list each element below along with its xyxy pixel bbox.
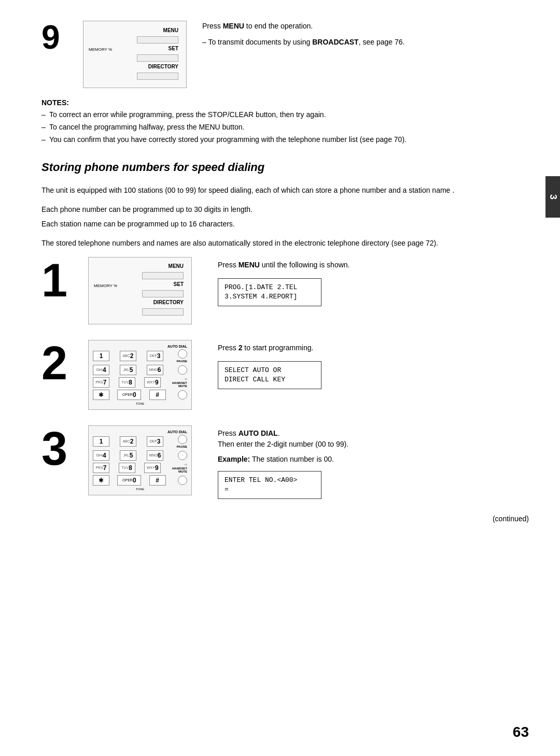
- step-9-number: 9: [41, 21, 73, 54]
- step-2-right: Press 2 to start programming. SELECT AUT…: [197, 340, 529, 389]
- key-3-wxy-9: WXY9: [144, 463, 161, 473]
- desc-1-text: The unit is equipped with 100 stations (…: [41, 186, 454, 194]
- auto-dial-label-3: AUTO DIAL: [167, 430, 187, 434]
- pause-button-3: ·: [178, 451, 187, 460]
- menu-label-1: MENU: [169, 263, 184, 269]
- step-1-display-line2: 3.SYSTEM 4.REPORT]: [225, 292, 315, 302]
- key-1: 1: [93, 351, 109, 361]
- key-ghi-4: GHI4: [93, 365, 109, 375]
- set-button: [137, 54, 178, 62]
- tone-label: TONE: [93, 402, 187, 405]
- memory-label: MEMORY %: [89, 47, 112, 52]
- directory-button-1: [142, 308, 184, 316]
- menu-label: MENU: [163, 27, 178, 33]
- set-button-1: [142, 290, 184, 297]
- pause-label: PAUSE: [177, 360, 187, 363]
- desc-4: The stored telephone numbers and names a…: [41, 237, 529, 249]
- keypad-row-4: ✱ OPER0 #: [93, 390, 187, 400]
- dot-label-3: ·○: [184, 463, 187, 466]
- step-3-display: ENTER TEL NO.<A00> =: [218, 471, 321, 499]
- key-3-mno-6: MNO6: [147, 450, 163, 461]
- keypad-illustration-3: AUTO DIAL 1 ABC2 DEF3 PAUSE GHI4 JKL5 MN…: [88, 425, 192, 495]
- page-number: 63: [513, 724, 529, 740]
- key-3-def-3: DEF3: [147, 436, 163, 447]
- key-prs-7: PRS7: [93, 377, 109, 388]
- step-3-number: 3: [41, 425, 78, 472]
- step-1-row: 1 MEMORY % MENU SET DIRECTORY Press MENU…: [41, 257, 529, 324]
- directory-button: [137, 73, 178, 80]
- step-3-display-line2: =: [225, 485, 315, 494]
- notes-item-3: You can confirm that you have correctly …: [41, 134, 529, 145]
- key-star: ✱: [93, 390, 109, 400]
- side-col-1: PAUSE: [176, 349, 187, 363]
- key-jkl-5: JKL5: [120, 365, 136, 375]
- desc-2: Each phone number can be programmed up t…: [41, 204, 529, 215]
- section-description: The unit is equipped with 100 stations (…: [41, 184, 529, 249]
- continued-text: (continued): [41, 515, 529, 523]
- directory-label: DIRECTORY: [148, 64, 178, 69]
- step-1-display-line1: PROG.[1.DATE 2.TEL: [225, 283, 315, 292]
- step-2-number: 2: [41, 340, 78, 387]
- device-illustration-1: MEMORY % MENU SET DIRECTORY: [88, 257, 192, 324]
- step-3-left: 3 AUTO DIAL 1 ABC2 DEF3 PAUSE GHI4 JKL5 …: [41, 425, 197, 495]
- pause-label-3: PAUSE: [177, 445, 187, 448]
- key-3-prs-7: PRS7: [93, 463, 109, 473]
- keypad-row-3-1: 1 ABC2 DEF3 PAUSE: [93, 435, 187, 448]
- chapter-tab: 3: [545, 176, 560, 218]
- tone-label-3: TONE: [93, 488, 187, 491]
- section-heading: Storing phone numbers for speed dialing: [41, 161, 529, 174]
- side-col-3: ·○ HANDSETMUTE: [172, 377, 187, 388]
- notes-title: NOTES:: [41, 98, 529, 107]
- mute-button: [178, 390, 187, 400]
- key-def-3: DEF3: [147, 351, 163, 361]
- key-oper-0: OPER0: [117, 390, 141, 400]
- step-1-number: 1: [41, 257, 78, 304]
- keypad-row-3-2: GHI4 JKL5 MNO6 ·: [93, 450, 187, 461]
- step-2-display: SELECT AUTO OR DIRECT CALL KEY: [218, 361, 321, 389]
- tab-label: 3: [548, 194, 558, 199]
- step-9-content: Press MENU to end the operation. – To tr…: [187, 21, 529, 53]
- desc-1: The unit is equipped with 100 stations (…: [41, 184, 529, 196]
- step-2-display-line2: DIRECT CALL KEY: [225, 375, 315, 384]
- key-3-oper-0: OPER0: [117, 475, 141, 486]
- directory-label-1: DIRECTORY: [153, 299, 184, 305]
- side-col-3-3: ·○ HANDSETMUTE: [172, 463, 187, 473]
- step-2-left: 2 AUTO DIAL 1 ABC2 DEF3 PAUSE GHI4 JKL5 …: [41, 340, 197, 410]
- key-3-1: 1: [93, 436, 109, 447]
- notes-item-1: To correct an error while programming, p…: [41, 109, 529, 120]
- notes-list: To correct an error while programming, p…: [41, 109, 529, 145]
- desc-3: Each station name can be programmed up t…: [41, 218, 529, 230]
- step-3-instruction: Press AUTO DIAL. Then enter the 2-digit …: [218, 428, 529, 450]
- step-2-row: 2 AUTO DIAL 1 ABC2 DEF3 PAUSE GHI4 JKL5 …: [41, 340, 529, 410]
- side-col-3-1: PAUSE: [176, 435, 187, 448]
- step-3-example: Example: The station number is 00.: [218, 455, 529, 463]
- keypad-row-1: 1 ABC2 DEF3 PAUSE: [93, 349, 187, 363]
- handset-mute-label-3: HANDSETMUTE: [172, 467, 187, 473]
- notes-item-3-text: You can confirm that you have correctly …: [49, 135, 407, 144]
- key-wxy-9: WXY9: [144, 377, 161, 388]
- set-label: SET: [169, 46, 178, 51]
- dot-label: ·○: [184, 377, 187, 381]
- handset-mute-label: HANDSETMUTE: [172, 381, 187, 388]
- key-3-tuv-8: TUV8: [119, 463, 135, 473]
- step-3-row: 3 AUTO DIAL 1 ABC2 DEF3 PAUSE GHI4 JKL5 …: [41, 425, 529, 499]
- notes-section: NOTES: To correct an error while program…: [41, 98, 529, 145]
- key-3-star: ✱: [93, 475, 109, 486]
- auto-dial-button-3: [178, 435, 187, 444]
- auto-dial-button: [178, 349, 187, 359]
- side-col-4: [176, 390, 187, 400]
- key-hash: #: [149, 390, 166, 400]
- step-9-instruction: Press MENU to end the operation.: [202, 21, 529, 32]
- keypad-illustration-2: AUTO DIAL 1 ABC2 DEF3 PAUSE GHI4 JKL5 MN…: [88, 340, 192, 410]
- step-2-display-line1: SELECT AUTO OR: [225, 366, 315, 375]
- menu-button-1: [142, 272, 184, 279]
- step-2-instruction: Press 2 to start programming.: [218, 343, 529, 353]
- notes-item-2: To cancel the programming halfway, press…: [41, 122, 529, 133]
- step-3-display-line1: ENTER TEL NO.<A00>: [225, 476, 315, 485]
- device-illustration-9: MEMORY % MENU SET DIRECTORY: [83, 21, 187, 88]
- side-col-2: [176, 365, 187, 375]
- memory-label-1: MEMORY %: [94, 283, 117, 288]
- step-1-display: PROG.[1.DATE 2.TEL 3.SYSTEM 4.REPORT]: [218, 278, 321, 306]
- step-9-broadcast-note: – To transmit documents by using BROADCA…: [202, 37, 529, 48]
- key-tuv-8: TUV8: [119, 377, 135, 388]
